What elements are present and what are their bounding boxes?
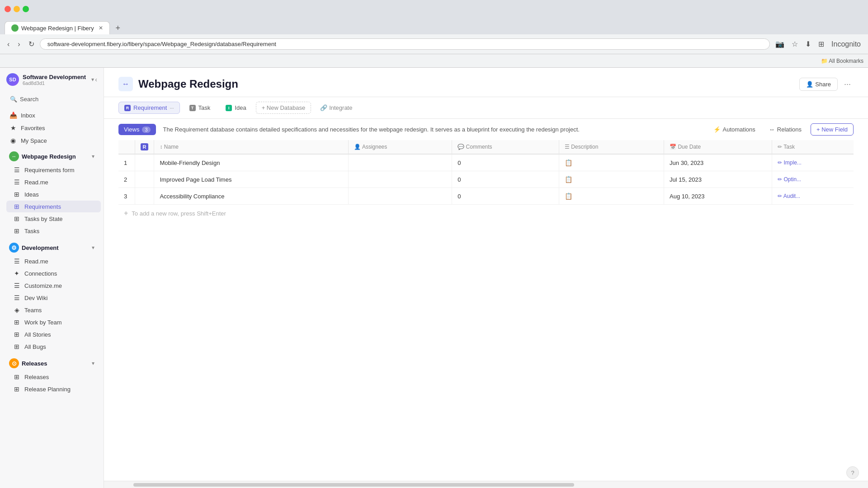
workspace-name: Software Development: [23, 74, 86, 80]
page-more-button[interactable]: ···: [841, 78, 854, 91]
close-button[interactable]: [5, 6, 11, 12]
col-assignees-header[interactable]: 👤 Assignees: [349, 140, 452, 154]
sidebar-item-read-me-wr[interactable]: ☰ Read.me: [6, 176, 101, 188]
row-task-2[interactable]: ✏ Optin...: [772, 171, 854, 188]
views-button[interactable]: Views 3: [118, 124, 156, 135]
content-toolbar: Views 3 The Requirement database contain…: [104, 119, 868, 140]
section-header-development[interactable]: ⚙ Development ▾: [3, 240, 101, 254]
row-assignees-2[interactable]: [349, 171, 452, 188]
col-name-header[interactable]: ↕ Name: [154, 140, 349, 154]
sidebar-item-inbox[interactable]: 📥 Inbox: [3, 109, 101, 121]
db-tab-task[interactable]: T Task: [184, 102, 217, 114]
row-badge-2: [135, 171, 154, 188]
sidebar-item-ideas[interactable]: ⊞ Ideas ···: [6, 188, 101, 200]
row-due-date-2: Jul 15, 2023: [664, 171, 772, 188]
sidebar-item-requirements[interactable]: ⊞ Requirements: [6, 201, 101, 212]
layout-icon[interactable]: ⊞: [816, 38, 827, 50]
requirement-tab-more-icon[interactable]: ···: [170, 105, 174, 111]
sidebar-item-releases[interactable]: ⊞ Releases: [6, 371, 101, 383]
sidebar-item-my-space[interactable]: ◉ My Space: [3, 135, 101, 146]
col-description-header[interactable]: ☰ Description: [559, 140, 664, 154]
help-button[interactable]: ?: [846, 466, 859, 479]
new-tab-button[interactable]: +: [112, 22, 124, 34]
minimize-button[interactable]: [14, 6, 20, 12]
row-task-3[interactable]: ✏ Audit...: [772, 188, 854, 205]
integrate-label: Integrate: [329, 104, 352, 111]
tasks-by-state-icon: ⊞: [13, 215, 21, 222]
col-comments-header[interactable]: 💬 Comments: [452, 140, 559, 154]
sidebar-item-connections[interactable]: ✦ Connections: [6, 267, 101, 279]
table-wrapper[interactable]: R ↕ Name 👤 Assignees 💬 Comments: [104, 140, 868, 481]
search-button[interactable]: 🔍 Search: [5, 93, 98, 105]
tab-favicon: [11, 24, 19, 32]
sidebar-item-tasks-by-state[interactable]: ⊞ Tasks by State: [6, 213, 101, 225]
toolbar-actions: ⚡ Automations ↔ Relations + New Field: [709, 123, 854, 136]
sidebar-item-all-bugs[interactable]: ⊞ All Bugs: [6, 341, 101, 352]
sidebar-item-read-me-dev[interactable]: ☰ Read.me: [6, 255, 101, 267]
integrate-button[interactable]: 🔗 Integrate: [315, 102, 358, 113]
scroll-thumb[interactable]: [133, 483, 575, 487]
horizontal-scrollbar[interactable]: [104, 481, 868, 488]
integrate-icon: 🔗: [320, 104, 327, 111]
table-header: R ↕ Name 👤 Assignees 💬 Comments: [118, 140, 854, 154]
sidebar-item-requirements-form[interactable]: ☰ Requirements form: [6, 164, 101, 176]
table-row: 3 Accessibility Compliance 0 📋 Aug 10, 2…: [118, 188, 854, 205]
address-bar[interactable]: software-development.fibery.io/fibery/sp…: [40, 38, 770, 50]
row-name-2[interactable]: Improved Page Load Times: [154, 171, 349, 188]
row-assignees-3[interactable]: [349, 188, 452, 205]
sidebar-item-work-by-team[interactable]: ⊞ Work by Team: [6, 316, 101, 328]
forward-button[interactable]: ›: [15, 38, 23, 50]
refresh-button[interactable]: ↻: [26, 38, 37, 50]
row-num-3: 3: [118, 188, 135, 205]
tab-title: Webpage Redesign | Fibery: [21, 25, 94, 32]
maximize-button[interactable]: [23, 6, 29, 12]
tab-close-icon[interactable]: ✕: [99, 25, 103, 31]
name-sort-icon: ↕: [160, 144, 164, 150]
sidebar-item-customize-me[interactable]: ☰ Customize.me: [6, 280, 101, 291]
sidebar-item-favorites[interactable]: ★ Favorites: [3, 122, 101, 134]
row-description-2: 📋: [559, 171, 664, 188]
requirement-tab-label: Requirement: [133, 104, 167, 111]
sidebar-item-dev-wiki[interactable]: ☰ Dev Wiki: [6, 292, 101, 304]
sidebar-item-all-stories[interactable]: ⊞ All Stories: [6, 328, 101, 340]
automations-button[interactable]: ⚡ Automations: [709, 124, 760, 135]
title-bar: [0, 0, 868, 18]
bookmark-icon[interactable]: ☆: [789, 38, 801, 50]
sidebar-item-teams[interactable]: ◈ Teams: [6, 304, 101, 316]
add-row-hint[interactable]: + To add a new row, press Shift+Enter: [118, 205, 854, 222]
all-stories-label: All Stories: [24, 331, 51, 338]
incognito-button[interactable]: Incognito: [829, 38, 863, 50]
db-tab-idea[interactable]: I Idea: [220, 102, 252, 114]
db-tab-requirement[interactable]: R Requirement ···: [118, 102, 180, 114]
row-name-1[interactable]: Mobile-Friendly Design: [154, 154, 349, 171]
row-assignees-1[interactable]: [349, 154, 452, 171]
row-task-1[interactable]: ✏ Imple...: [772, 154, 854, 171]
download-icon[interactable]: ⬇: [802, 38, 814, 50]
all-stories-icon: ⊞: [13, 331, 21, 338]
sidebar-item-tasks[interactable]: ⊞ Tasks: [6, 225, 101, 237]
section-header-releases[interactable]: ⊙ Releases ▾: [3, 356, 101, 370]
ideas-label: Ideas: [24, 191, 39, 198]
new-field-button[interactable]: + New Field: [811, 123, 854, 136]
idea-tab-label: Idea: [235, 104, 246, 111]
work-by-team-label: Work by Team: [24, 319, 62, 326]
row-name-3[interactable]: Accessibility Compliance: [154, 188, 349, 205]
section-header-webpage-redesign[interactable]: ↔ Webpage Redesign ▾: [3, 149, 101, 163]
back-button[interactable]: ‹: [5, 38, 12, 50]
col-task-header[interactable]: ✏ Task: [772, 140, 854, 154]
all-bugs-icon: ⊞: [13, 343, 21, 350]
share-button[interactable]: 👤 Share: [799, 78, 838, 91]
new-database-button[interactable]: + New Database: [256, 102, 311, 114]
work-by-team-icon: ⊞: [13, 319, 21, 326]
sidebar: SD Software Development 6ad8d3d1 ▾ ‹ 🔍 S…: [0, 68, 104, 488]
col-due-date-header[interactable]: 📅 Due Date: [664, 140, 772, 154]
active-tab[interactable]: Webpage Redesign | Fibery ✕: [5, 21, 110, 34]
sidebar-header: SD Software Development 6ad8d3d1 ▾ ‹: [0, 68, 104, 91]
sidebar-collapse-button[interactable]: ‹: [95, 76, 97, 83]
release-planning-label: Release Planning: [24, 386, 71, 393]
relations-button[interactable]: ↔ Relations: [764, 124, 806, 135]
sidebar-item-release-planning[interactable]: ⊞ Release Planning: [6, 383, 101, 395]
address-text: software-development.fibery.io/fibery/sp…: [47, 41, 276, 47]
workspace-selector[interactable]: SD Software Development 6ad8d3d1 ▾: [6, 73, 94, 86]
camera-icon[interactable]: 📷: [773, 38, 787, 50]
